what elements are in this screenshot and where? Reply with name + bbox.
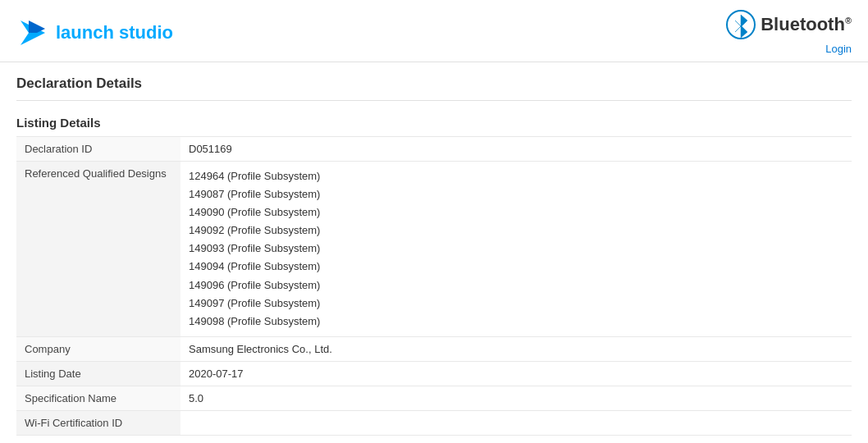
- main-content: Declaration Details Listing Details Decl…: [0, 62, 868, 443]
- listing-label: Listing Date: [16, 361, 180, 386]
- logo-area: launch studio: [16, 16, 173, 49]
- listing-value: 124964 (Profile Subsystem)149087 (Profil…: [180, 162, 852, 337]
- listing-row: Listing Date2020-07-17: [16, 361, 852, 386]
- bluetooth-label: Bluetooth®: [761, 14, 852, 35]
- listing-label: Referenced Qualified Designs: [16, 162, 180, 337]
- listing-row: CompanySamsung Electronics Co., Ltd.: [16, 336, 852, 361]
- bluetooth-area: Bluetooth®: [726, 10, 852, 39]
- logo-text: launch studio: [56, 22, 173, 43]
- login-link[interactable]: Login: [825, 43, 852, 55]
- page-title: Declaration Details: [16, 75, 852, 101]
- bluetooth-icon: [726, 10, 756, 39]
- listing-value: D051169: [180, 137, 852, 162]
- listing-row: Wi-Fi Certification ID: [16, 410, 852, 435]
- listing-value: [180, 410, 852, 435]
- listing-label: Company: [16, 336, 180, 361]
- listing-table: Declaration IDD051169Referenced Qualifie…: [16, 136, 852, 436]
- listing-label: Specification Name: [16, 386, 180, 410]
- listing-value: 2020-07-17: [180, 361, 852, 386]
- listing-label: Declaration ID: [16, 137, 180, 162]
- listing-row: Referenced Qualified Designs124964 (Prof…: [16, 162, 852, 337]
- listing-row: Specification Name5.0: [16, 386, 852, 410]
- header: launch studio Bluetooth® Login: [0, 0, 868, 62]
- listing-section-title: Listing Details: [16, 116, 852, 130]
- listing-value: Samsung Electronics Co., Ltd.: [180, 336, 852, 361]
- header-right: Bluetooth® Login: [726, 10, 852, 55]
- launch-studio-icon: [16, 16, 49, 49]
- listing-row: Declaration IDD051169: [16, 137, 852, 162]
- svg-marker-1: [29, 21, 45, 33]
- listing-value: 5.0: [180, 386, 852, 410]
- listing-label: Wi-Fi Certification ID: [16, 410, 180, 435]
